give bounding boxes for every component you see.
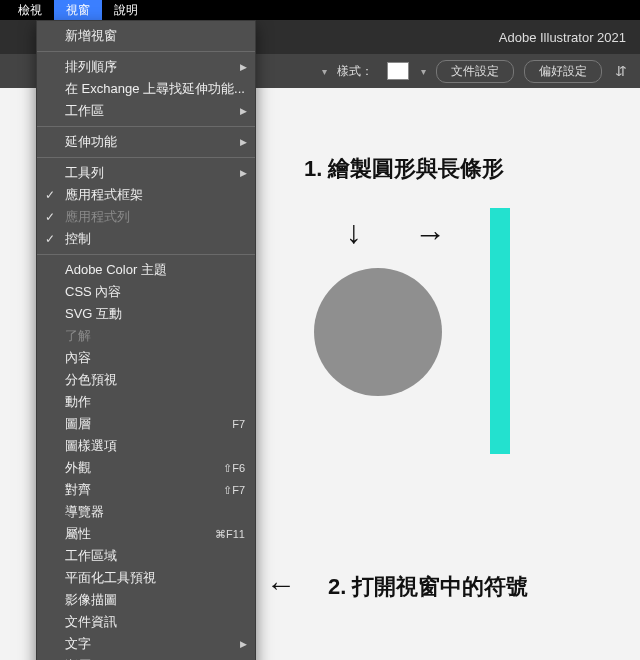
menu-separator — [37, 157, 255, 158]
menu-item-label: 在 Exchange 上尋找延伸功能... — [65, 80, 245, 98]
menu-separator — [37, 126, 255, 127]
menu-item-label: 圖樣選項 — [65, 437, 117, 455]
app-title: Adobe Illustrator 2021 — [499, 30, 626, 45]
menu-item[interactable]: 內容 — [37, 347, 255, 369]
menu-item-label: 工作區域 — [65, 547, 117, 565]
shape-circle[interactable] — [314, 268, 442, 396]
chevron-down-icon[interactable]: ▾ — [419, 66, 426, 77]
menu-item-label: 對齊 — [65, 481, 91, 499]
menu-item[interactable]: 工具列 — [37, 162, 255, 184]
menu-item[interactable]: 動作 — [37, 391, 255, 413]
menu-item-shortcut: F7 — [232, 418, 245, 430]
menu-item[interactable]: 分色預視 — [37, 369, 255, 391]
menu-item[interactable]: Adobe Color 主題 — [37, 259, 255, 281]
menu-item-label: 新增視窗 — [65, 27, 117, 45]
menu-item[interactable]: 新增視窗 — [37, 25, 255, 47]
menu-item-label: 平面化工具預視 — [65, 569, 156, 587]
annotation-step1: 1. 繪製圓形與長條形 — [304, 154, 504, 184]
menu-item-label: 應用程式框架 — [65, 186, 143, 204]
check-icon: ✓ — [45, 232, 55, 246]
menu-item[interactable]: ✓應用程式框架 — [37, 184, 255, 206]
menu-separator — [37, 254, 255, 255]
menu-item-label: SVG 互動 — [65, 305, 122, 323]
check-icon: ✓ — [45, 188, 55, 202]
arrow-left-icon: ← — [266, 568, 296, 602]
menu-item[interactable]: 平面化工具預視 — [37, 567, 255, 589]
menu-item-label: 動作 — [65, 393, 91, 411]
menu-item: 了解 — [37, 325, 255, 347]
chevron-down-icon[interactable]: ▾ — [320, 66, 327, 77]
menu-item-label: 排列順序 — [65, 58, 117, 76]
menu-item-label: CSS 內容 — [65, 283, 121, 301]
menu-item[interactable]: 外觀⇧F6 — [37, 457, 255, 479]
pref-icon[interactable]: ⇵ — [612, 62, 630, 80]
style-label: 樣式： — [337, 63, 373, 80]
shape-bar[interactable] — [490, 208, 510, 454]
menubar-item-help[interactable]: 說明 — [102, 0, 150, 21]
menubar: 檢視 視窗 說明 — [0, 0, 640, 20]
menu-item-label: 應用程式列 — [65, 208, 130, 226]
menu-item-shortcut: ⇧F6 — [223, 462, 245, 475]
pref-setup-button[interactable]: 偏好設定 — [524, 60, 602, 83]
menu-item-label: 了解 — [65, 327, 91, 345]
window-menu-dropdown: 新增視窗排列順序在 Exchange 上尋找延伸功能...工作區延伸功能工具列✓… — [36, 20, 256, 660]
menu-item-label: Adobe Color 主題 — [65, 261, 167, 279]
menu-item[interactable]: 屬性⌘F11 — [37, 523, 255, 545]
menu-item: ✓應用程式列 — [37, 206, 255, 228]
menu-item-shortcut: ⇧F7 — [223, 484, 245, 497]
menu-item[interactable]: SVG 互動 — [37, 303, 255, 325]
menu-item[interactable]: 延伸功能 — [37, 131, 255, 153]
menu-item[interactable]: 工作區域 — [37, 545, 255, 567]
menu-item[interactable]: 圖樣選項 — [37, 435, 255, 457]
menu-item-shortcut: ⌘F11 — [215, 528, 245, 541]
menu-item-label: 文件資訊 — [65, 613, 117, 631]
menu-item[interactable]: 文字 — [37, 633, 255, 655]
menu-item[interactable]: 圖層F7 — [37, 413, 255, 435]
menu-item-label: 導覽器 — [65, 503, 104, 521]
menu-item-label: 工作區 — [65, 102, 104, 120]
menu-item-label: 工具列 — [65, 164, 104, 182]
menu-item-label: 文字 — [65, 635, 91, 653]
arrow-down-icon: ↓ — [346, 214, 362, 251]
menu-item[interactable]: 影像描圖 — [37, 589, 255, 611]
menu-item[interactable]: 文件資訊 — [37, 611, 255, 633]
menu-item[interactable]: 排列順序 — [37, 56, 255, 78]
menu-item-label: 圖層 — [65, 415, 91, 433]
menu-separator — [37, 51, 255, 52]
annotation-step2: 2. 打開視窗中的符號 — [328, 572, 528, 602]
menu-item-label: 延伸功能 — [65, 133, 117, 151]
check-icon: ✓ — [45, 210, 55, 224]
file-setup-button[interactable]: 文件設定 — [436, 60, 514, 83]
menu-item[interactable]: 工作區 — [37, 100, 255, 122]
arrow-right-icon: → — [414, 216, 446, 253]
menu-item-label: 屬性 — [65, 525, 91, 543]
menu-item-label: 外觀 — [65, 459, 91, 477]
menu-item-label: 影像描圖 — [65, 591, 117, 609]
menubar-item-window[interactable]: 視窗 — [54, 0, 102, 21]
menu-item-label: 控制 — [65, 230, 91, 248]
menu-item[interactable]: 對齊⇧F7 — [37, 479, 255, 501]
menu-item[interactable]: 導覽器 — [37, 501, 255, 523]
menu-item-label: 分色預視 — [65, 371, 117, 389]
menu-item[interactable]: ✓控制 — [37, 228, 255, 250]
menu-item[interactable]: CSS 內容 — [37, 281, 255, 303]
style-swatch[interactable] — [387, 62, 409, 80]
menu-item[interactable]: 在 Exchange 上尋找延伸功能... — [37, 78, 255, 100]
menu-item[interactable]: 漸層⌘F9 — [37, 655, 255, 660]
menubar-item-view[interactable]: 檢視 — [6, 0, 54, 21]
menu-item-label: 內容 — [65, 349, 91, 367]
